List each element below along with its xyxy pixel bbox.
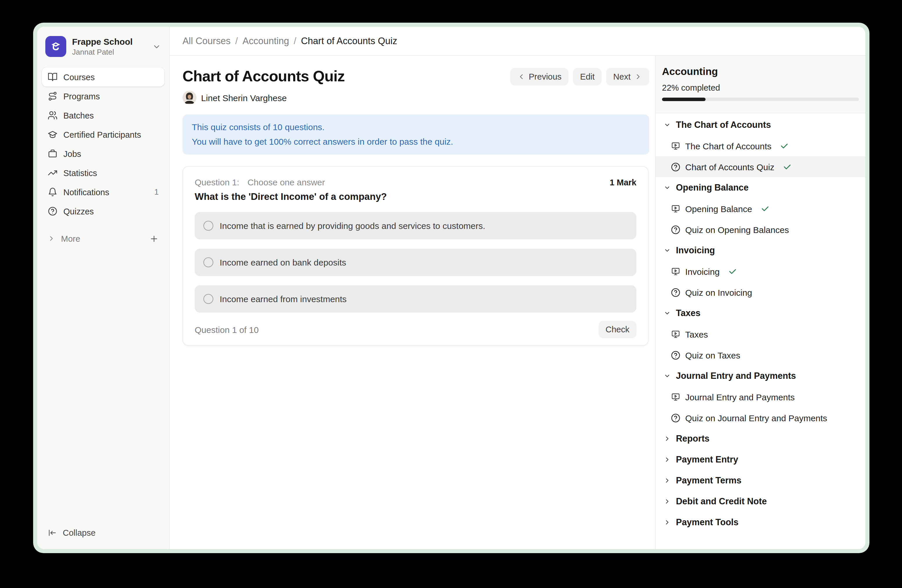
chapter-title: Journal Entry and Payments (676, 371, 796, 381)
radio-button[interactable] (204, 257, 213, 267)
stage: Frappe School Jannat Patel Courses Progr… (0, 0, 902, 588)
quiz-notice-line: This quiz consists of 10 questions. (192, 120, 640, 134)
video-lesson-icon (671, 141, 681, 151)
check-button[interactable]: Check (599, 321, 636, 338)
chevron-down-icon (664, 247, 671, 254)
option-label: Income earned on bank deposits (220, 257, 346, 267)
chapter-row[interactable]: Reports (656, 428, 865, 449)
chapter-title: Reports (676, 433, 709, 444)
chapter-row[interactable]: Journal Entry and Payments (656, 366, 865, 386)
lesson-title: Quiz on Invoicing (685, 287, 752, 297)
sidebar-item-batches[interactable]: Batches (42, 106, 164, 125)
lesson-row[interactable]: Quiz on Opening Balances (656, 219, 865, 240)
video-lesson-icon (671, 392, 681, 402)
breadcrumb-separator: / (294, 36, 296, 47)
option-label: Income earned from investments (220, 294, 347, 304)
sidebar-item-more[interactable]: More (42, 229, 164, 248)
chapter-row[interactable]: Invoicing (656, 240, 865, 261)
chapter-row[interactable]: Payment Entry (656, 449, 865, 470)
chevron-right-icon (634, 72, 642, 80)
video-lesson-icon (671, 204, 681, 214)
sidebar-item-label: Notifications (63, 188, 109, 197)
author-name: Linet Sherin Varghese (201, 93, 287, 103)
quiz-lesson-icon (671, 413, 681, 423)
briefcase-icon (48, 149, 58, 159)
sidebar-item-notifications[interactable]: Notifications 1 (42, 183, 164, 202)
breadcrumb-item-all-courses[interactable]: All Courses (183, 36, 231, 47)
chapter-row[interactable]: Payment Terms (656, 470, 865, 491)
edit-button[interactable]: Edit (573, 68, 601, 85)
lesson-row[interactable]: Quiz on Invoicing (656, 282, 865, 303)
chevron-right-icon (664, 519, 671, 526)
sidebar-item-label: Statistics (63, 168, 97, 178)
course-outline: The Chart of Accounts The Chart of Accou… (656, 113, 865, 538)
chapter-row[interactable]: The Chart of Accounts (656, 114, 865, 135)
chapter-row[interactable]: Payment Tools (656, 512, 865, 533)
workspace-name: Frappe School (72, 36, 146, 47)
option-label: Income that is earned by providing goods… (220, 221, 485, 231)
chapter-row[interactable]: Opening Balance (656, 177, 865, 198)
chevron-right-icon (664, 477, 671, 484)
sidebar-item-quizzes[interactable]: Quizzes (42, 202, 164, 221)
lesson-row[interactable]: Quiz on Taxes (656, 344, 865, 366)
lesson-row[interactable]: Chart of Accounts Quiz (656, 156, 865, 177)
sidebar-item-programs[interactable]: Programs (42, 87, 164, 106)
frappe-school-logo-icon (45, 36, 66, 57)
app-window: Frappe School Jannat Patel Courses Progr… (33, 23, 869, 553)
lesson-row[interactable]: Journal Entry and Payments (656, 386, 865, 407)
lesson-title: Quiz on Taxes (685, 350, 741, 360)
answer-option[interactable]: Income earned from investments (195, 285, 636, 313)
workspace-switcher[interactable]: Frappe School Jannat Patel (42, 33, 164, 60)
lesson-row[interactable]: The Chart of Accounts (656, 135, 865, 156)
chapter-title: Payment Entry (676, 454, 738, 465)
chevron-left-icon (517, 72, 525, 80)
chapter-title: Payment Tools (676, 517, 738, 528)
sidebar-item-label: Certified Participants (63, 130, 141, 139)
radio-button[interactable] (204, 294, 213, 304)
completed-check-icon (780, 141, 789, 150)
course-progress-text: 22% completed (662, 83, 859, 92)
chevron-right-icon (48, 235, 55, 242)
notification-count-badge: 1 (154, 188, 159, 196)
chapter-title: Invoicing (676, 245, 715, 256)
chapter-row[interactable]: Debit and Credit Note (656, 491, 865, 512)
sidebar-item-courses[interactable]: Courses (42, 67, 164, 87)
book-open-icon (48, 72, 58, 82)
video-lesson-icon (671, 329, 681, 339)
sidebar-item-jobs[interactable]: Jobs (42, 144, 164, 163)
previous-button[interactable]: Previous (510, 68, 569, 85)
lesson-title: Quiz on Journal Entry and Payments (685, 413, 827, 423)
lesson-row[interactable]: Invoicing (656, 261, 865, 282)
sidebar-item-statistics[interactable]: Statistics (42, 163, 164, 183)
sidebar-item-label: Programs (63, 92, 100, 101)
chapter-title: Taxes (676, 308, 701, 318)
chevron-down-icon (664, 184, 671, 191)
lesson-row[interactable]: Opening Balance (656, 198, 865, 219)
breadcrumb-current: Chart of Accounts Quiz (301, 36, 397, 47)
radio-button[interactable] (204, 221, 213, 231)
sidebar-item-label: Quizzes (63, 206, 94, 216)
question-instruction: Choose one answer (247, 176, 325, 189)
collapse-button[interactable]: Collapse (42, 524, 164, 542)
question-card: Question 1: Choose one answer 1 Mark Wha… (183, 166, 648, 346)
lesson-title: Taxes (685, 329, 708, 339)
lesson-row[interactable]: Taxes (656, 324, 865, 344)
answer-option[interactable]: Income that is earned by providing goods… (195, 212, 636, 239)
question-marks: 1 Mark (610, 176, 636, 189)
lesson-title: Quiz on Opening Balances (685, 225, 789, 235)
progress-bar (662, 98, 859, 101)
answer-option[interactable]: Income earned on bank deposits (195, 249, 636, 276)
question-label: Question 1: (195, 176, 239, 189)
chapter-row[interactable]: Taxes (656, 303, 865, 324)
chevron-down-icon (152, 42, 161, 51)
lesson-title: Invoicing (685, 266, 719, 276)
sidebar-item-label: Jobs (63, 149, 81, 158)
chevron-down-icon (664, 372, 671, 379)
next-button[interactable]: Next (606, 68, 649, 85)
sidebar-item-certified-participants[interactable]: Certified Participants (42, 125, 164, 144)
plus-icon[interactable] (149, 234, 159, 243)
breadcrumb-item-accounting[interactable]: Accounting (243, 36, 289, 47)
lesson-row[interactable]: Quiz on Journal Entry and Payments (656, 407, 865, 428)
collapse-icon (48, 528, 57, 538)
course-panel-header: Accounting 22% completed (656, 56, 865, 113)
